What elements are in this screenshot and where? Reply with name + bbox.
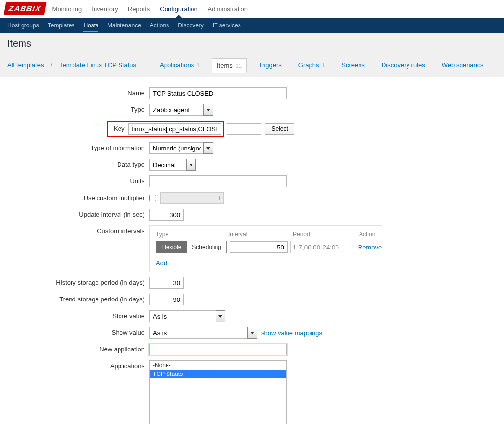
tab-web-scenarios[interactable]: Web scenarios: [437, 58, 489, 72]
subnav-actions[interactable]: Actions: [150, 19, 169, 32]
multiplier-label: Use custom multiplier: [7, 192, 149, 201]
tab-discovery-rules[interactable]: Discovery rules: [377, 58, 430, 72]
store-select[interactable]: [149, 310, 216, 322]
multiplier-checkbox[interactable]: [149, 195, 156, 201]
flexible-button[interactable]: Flexible: [156, 241, 187, 253]
tab-graphs[interactable]: Graphs 1: [293, 58, 330, 72]
remove-link[interactable]: Remove: [358, 244, 382, 251]
key-highlight: Key: [107, 121, 224, 137]
subnav-itservices[interactable]: IT services: [213, 19, 241, 32]
chevron-down-icon[interactable]: [186, 159, 196, 171]
show-label: Show value: [7, 327, 149, 336]
interval-input[interactable]: [230, 241, 288, 253]
key-label: Key: [110, 123, 128, 135]
chevron-down-icon[interactable]: [247, 327, 257, 339]
trend-input[interactable]: [149, 294, 184, 305]
subnav-hosts[interactable]: Hosts: [83, 19, 98, 32]
subnav-hostgroups[interactable]: Host groups: [7, 19, 39, 32]
breadcrumb-all-templates[interactable]: All templates: [7, 61, 44, 69]
topnav-configuration[interactable]: Configuration: [160, 0, 197, 18]
datatype-select[interactable]: [149, 159, 186, 171]
chevron-down-icon[interactable]: [203, 104, 213, 116]
name-input[interactable]: [149, 87, 287, 99]
custom-intervals-box: Type Interval Period Action Flexible Sch…: [149, 225, 382, 272]
tab-screens[interactable]: Screens: [336, 58, 370, 72]
trend-label: Trend storage period (in days): [7, 294, 149, 303]
newapp-input[interactable]: [149, 344, 287, 355]
ci-head-action: Action: [359, 231, 375, 238]
topnav-administration[interactable]: Administration: [208, 0, 248, 18]
key-extra-input[interactable]: [227, 123, 261, 135]
logo[interactable]: ZABBIX: [4, 2, 46, 15]
multiplier-value: [160, 192, 224, 204]
page-title: Items: [7, 38, 497, 49]
history-input[interactable]: [149, 277, 184, 289]
app-option-none[interactable]: -None-: [150, 361, 286, 370]
info-label: Type of information: [7, 142, 149, 151]
item-form: Name Type Key Select Type of information: [0, 77, 504, 424]
tab-applications[interactable]: Applications 1: [155, 58, 205, 72]
type-label: Type: [7, 104, 149, 113]
app-option-tcp[interactable]: TCP Stauts: [150, 370, 286, 378]
ci-head-type: Type: [156, 231, 228, 238]
units-input[interactable]: [149, 175, 287, 187]
show-select[interactable]: [149, 327, 247, 339]
subnav-maintenance[interactable]: Maintenance: [107, 19, 141, 32]
update-label: Update interval (in sec): [7, 209, 149, 218]
type-select[interactable]: [149, 104, 203, 116]
breadcrumb-sep: /: [50, 61, 52, 69]
info-select[interactable]: [149, 142, 203, 154]
update-input[interactable]: [149, 209, 184, 221]
scheduling-button[interactable]: Scheduling: [187, 241, 226, 253]
name-label: Name: [7, 87, 149, 97]
show-value-mappings-link[interactable]: show value mappings: [261, 329, 322, 337]
top-bar: ZABBIX Monitoring Inventory Reports Conf…: [0, 0, 504, 18]
breadcrumb-row: All templates / Template Linux TCP Statu…: [7, 58, 497, 72]
sub-bar: Host groups Templates Hosts Maintenance …: [0, 18, 504, 33]
key-input[interactable]: [128, 123, 221, 135]
interval-type-toggle: Flexible Scheduling: [156, 241, 227, 253]
tab-triggers[interactable]: Triggers: [254, 58, 287, 72]
applications-label: Applications: [7, 360, 149, 370]
breadcrumb-template[interactable]: Template Linux TCP Status: [59, 61, 136, 69]
select-button[interactable]: Select: [265, 123, 294, 135]
topnav-inventory[interactable]: Inventory: [92, 0, 118, 18]
newapp-label: New application: [7, 344, 149, 353]
topnav-monitoring[interactable]: Monitoring: [52, 0, 82, 18]
chevron-down-icon[interactable]: [216, 310, 225, 322]
custom-intervals-label: Custom intervals: [7, 225, 149, 235]
applications-listbox[interactable]: -None- TCP Stauts: [149, 360, 287, 424]
datatype-label: Data type: [7, 159, 149, 168]
units-label: Units: [7, 175, 149, 185]
subnav-templates[interactable]: Templates: [48, 19, 75, 32]
store-label: Store value: [7, 310, 149, 320]
page-header: Items All templates / Template Linux TCP…: [0, 33, 504, 77]
ci-head-period: Period: [293, 231, 359, 238]
subnav-discovery[interactable]: Discovery: [178, 19, 204, 32]
ci-head-interval: Interval: [228, 231, 293, 238]
tab-items[interactable]: Items 11: [212, 58, 247, 73]
period-input[interactable]: [290, 241, 353, 253]
history-label: History storage period (in days): [7, 277, 149, 286]
topnav-reports[interactable]: Reports: [128, 0, 150, 18]
chevron-down-icon[interactable]: [203, 142, 213, 154]
add-link[interactable]: Add: [156, 259, 167, 267]
top-nav: Monitoring Inventory Reports Configurati…: [52, 0, 248, 18]
